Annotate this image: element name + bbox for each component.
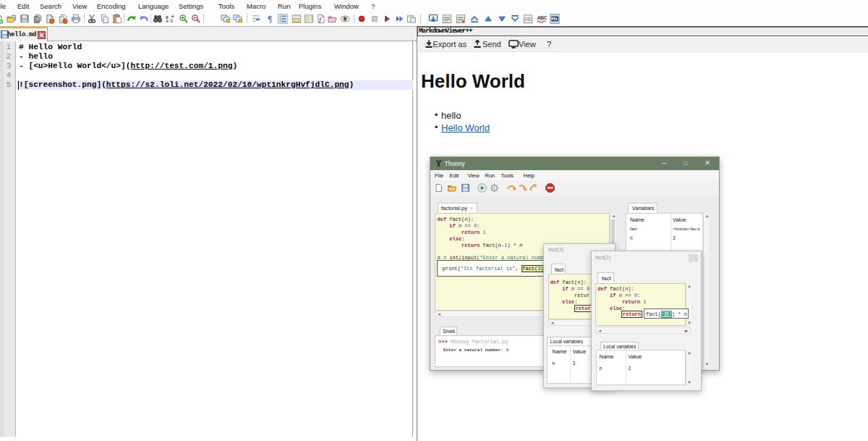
svg-text:¶: ¶ (268, 14, 273, 24)
svg-text:ABC: ABC (537, 15, 547, 20)
svg-text:b: b (170, 18, 173, 23)
svg-text:a: a (166, 14, 169, 20)
